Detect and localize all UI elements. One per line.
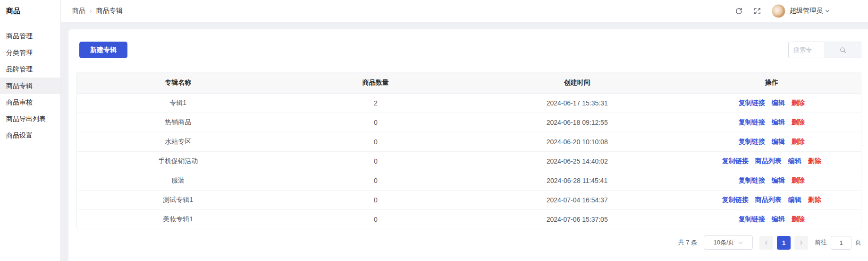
breadcrumb: 商品 › 商品专辑: [72, 7, 123, 15]
table-row: 专辑122024-06-17 15:35:31复制链接编辑删除: [77, 93, 861, 113]
prev-page-button[interactable]: [759, 236, 773, 250]
pagination-total: 共 7 条: [678, 238, 697, 247]
sidebar-item-brand-management[interactable]: 品牌管理: [0, 61, 60, 78]
search-group: [788, 42, 861, 58]
product-list-action[interactable]: 商品列表: [755, 157, 782, 165]
product-count-cell: 0: [279, 132, 472, 151]
edit-action[interactable]: 编辑: [788, 157, 801, 165]
sidebar: 商品 商品管理分类管理品牌管理商品专辑商品审核商品导出列表商品设置: [0, 0, 61, 261]
search-icon: [839, 46, 847, 54]
goto-page-input[interactable]: [831, 236, 851, 250]
product-list-action[interactable]: 商品列表: [755, 196, 782, 203]
column-header-created-time: 创建时间: [472, 72, 682, 93]
pagination: 共 7 条 10条/页 1 前往 页: [76, 235, 861, 250]
sidebar-menu: 商品管理分类管理品牌管理商品专辑商品审核商品导出列表商品设置: [0, 22, 60, 144]
table-header-row: 专辑名称商品数量创建时间操作: [77, 72, 861, 93]
delete-action[interactable]: 删除: [792, 176, 805, 184]
sidebar-item-category-management[interactable]: 分类管理: [0, 44, 60, 61]
chevron-down-icon: [825, 8, 830, 14]
edit-action[interactable]: 编辑: [772, 138, 785, 145]
page-unit-label: 页: [855, 238, 861, 247]
sidebar-item-product-albums[interactable]: 商品专辑: [0, 78, 60, 94]
actions-cell: 复制链接编辑删除: [682, 93, 861, 113]
actions-cell: 复制链接编辑删除: [682, 209, 861, 229]
sidebar-item-product-review[interactable]: 商品审核: [0, 94, 60, 111]
breadcrumb-separator-icon: ›: [90, 7, 92, 15]
copy-link-action[interactable]: 复制链接: [739, 118, 765, 126]
refresh-icon[interactable]: [735, 7, 743, 15]
edit-action[interactable]: 编辑: [772, 215, 785, 223]
delete-action[interactable]: 删除: [792, 118, 805, 126]
copy-link-action[interactable]: 复制链接: [722, 157, 749, 165]
copy-link-action[interactable]: 复制链接: [739, 215, 765, 223]
table-row: 手机促销活动02024-06-25 14:40:02复制链接商品列表编辑删除: [77, 151, 861, 171]
albums-table: 专辑名称商品数量创建时间操作 专辑122024-06-17 15:35:31复制…: [76, 72, 861, 229]
album-name-cell: 热销商品: [77, 113, 279, 132]
product-count-cell: 0: [279, 113, 472, 132]
top-header: 商品 › 商品专辑 超级管理员: [61, 0, 868, 22]
breadcrumb-item-current: 商品专辑: [96, 7, 123, 15]
created-time-cell: 2024-06-18 09:12:55: [472, 113, 682, 132]
album-name-cell: 手机促销活动: [77, 151, 279, 171]
copy-link-action[interactable]: 复制链接: [739, 138, 765, 145]
page-size-value: 10条/页: [713, 238, 734, 247]
edit-action[interactable]: 编辑: [772, 176, 785, 184]
search-input[interactable]: [788, 42, 825, 58]
album-name-cell: 测试专辑1: [77, 190, 279, 209]
product-count-cell: 0: [279, 151, 472, 171]
page-size-select[interactable]: 10条/页: [704, 235, 753, 250]
delete-action[interactable]: 删除: [808, 196, 821, 203]
delete-action[interactable]: 删除: [792, 215, 805, 223]
album-name-cell: 专辑1: [77, 93, 279, 113]
actions-cell: 复制链接编辑删除: [682, 171, 861, 190]
table-row: 服装02024-06-28 11:45:41复制链接编辑删除: [77, 171, 861, 190]
edit-action[interactable]: 编辑: [772, 118, 785, 126]
table-row: 热销商品02024-06-18 09:12:55复制链接编辑删除: [77, 113, 861, 132]
product-count-cell: 0: [279, 209, 472, 229]
album-name-cell: 美妆专辑1: [77, 209, 279, 229]
column-header-album-name: 专辑名称: [77, 72, 279, 93]
toolbar: 新建专辑: [76, 42, 861, 58]
sidebar-item-product-management[interactable]: 商品管理: [0, 28, 60, 44]
sidebar-item-product-export-list[interactable]: 商品导出列表: [0, 111, 60, 127]
edit-action[interactable]: 编辑: [772, 99, 785, 106]
breadcrumb-item-products[interactable]: 商品: [72, 7, 85, 15]
edit-action[interactable]: 编辑: [788, 196, 801, 203]
created-time-cell: 2024-06-28 11:45:41: [472, 171, 682, 190]
created-time-cell: 2024-06-17 15:35:31: [472, 93, 682, 113]
next-page-button[interactable]: [794, 236, 808, 250]
user-name[interactable]: 超级管理员: [790, 7, 823, 15]
chevron-right-icon: [799, 240, 804, 245]
delete-action[interactable]: 删除: [808, 157, 821, 165]
search-button[interactable]: [825, 42, 861, 58]
album-name-cell: 服装: [77, 171, 279, 190]
actions-cell: 复制链接商品列表编辑删除: [682, 151, 861, 171]
app-title: 商品: [0, 0, 60, 22]
copy-link-action[interactable]: 复制链接: [739, 176, 765, 184]
chevron-left-icon: [764, 240, 769, 245]
new-album-button[interactable]: 新建专辑: [79, 42, 127, 58]
actions-cell: 复制链接商品列表编辑删除: [682, 190, 861, 209]
page-1-button[interactable]: 1: [777, 236, 791, 250]
sidebar-item-product-settings[interactable]: 商品设置: [0, 127, 60, 144]
product-count-cell: 0: [279, 171, 472, 190]
actions-cell: 复制链接编辑删除: [682, 132, 861, 151]
column-header-actions: 操作: [682, 72, 861, 93]
table-row: 美妆专辑102024-07-06 15:37:05复制链接编辑删除: [77, 209, 861, 229]
table-body: 专辑122024-06-17 15:35:31复制链接编辑删除热销商品02024…: [77, 93, 861, 229]
user-avatar[interactable]: [772, 4, 785, 18]
goto-page-label: 前往: [815, 238, 827, 247]
topbar-actions: 超级管理员: [725, 4, 830, 18]
created-time-cell: 2024-06-20 10:10:08: [472, 132, 682, 151]
delete-action[interactable]: 删除: [792, 99, 805, 106]
created-time-cell: 2024-07-04 16:54:37: [472, 190, 682, 209]
chevron-down-icon: [738, 240, 743, 245]
actions-cell: 复制链接编辑删除: [682, 113, 861, 132]
product-count-cell: 2: [279, 93, 472, 113]
content-card: 新建专辑 专辑名称商品数量创建时间操作 专辑122024-06-17 15:35…: [68, 29, 868, 261]
copy-link-action[interactable]: 复制链接: [739, 99, 765, 106]
fullscreen-icon[interactable]: [753, 7, 761, 15]
product-count-cell: 0: [279, 190, 472, 209]
delete-action[interactable]: 删除: [792, 138, 805, 145]
copy-link-action[interactable]: 复制链接: [722, 196, 749, 203]
